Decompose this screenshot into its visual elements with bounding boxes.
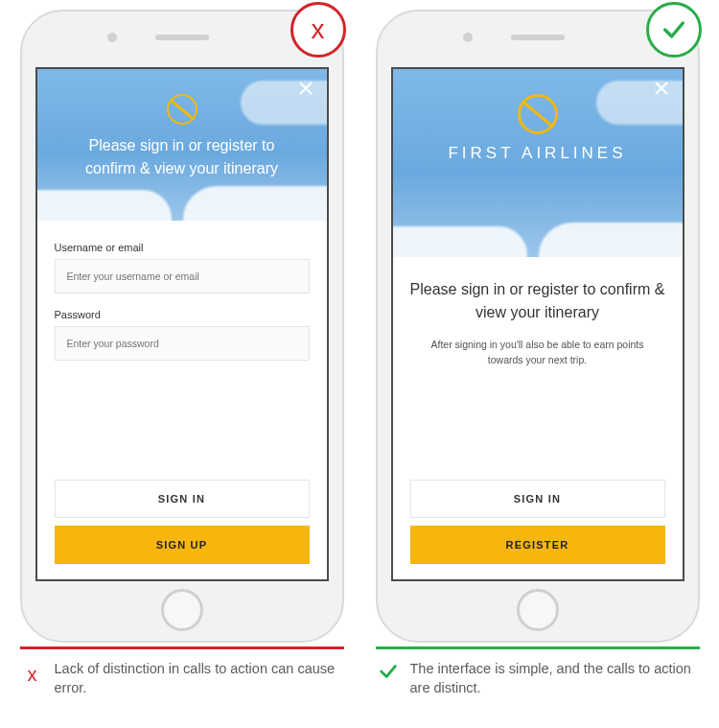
sky-header: Please sign in or register to confirm & …	[37, 69, 327, 221]
signin-label: SIGN IN	[514, 493, 561, 505]
register-button[interactable]: REGISTER	[410, 526, 665, 564]
caption-bar-bad	[20, 646, 344, 649]
phone-camera	[107, 33, 117, 42]
screen-bad: Please sign in or register to confirm & …	[35, 67, 329, 581]
home-button[interactable]	[517, 589, 559, 631]
screen-good: FIRST AIRLINES Please sign in or registe…	[391, 67, 684, 581]
check-icon	[661, 16, 687, 43]
logo-icon	[518, 94, 558, 134]
check-icon	[378, 659, 399, 682]
sky-header: FIRST AIRLINES	[393, 69, 683, 257]
phone-frame-good: FIRST AIRLINES Please sign in or registe…	[376, 10, 700, 643]
signup-label: SIGN UP	[156, 539, 208, 551]
register-label: REGISTER	[506, 539, 569, 551]
caption-text-bad: Lack of distinction in calls to action c…	[55, 659, 342, 698]
signup-button[interactable]: SIGN UP	[55, 526, 310, 564]
badge-bad: x	[290, 2, 346, 58]
intro-title: Please sign in or register to confirm & …	[410, 278, 665, 324]
header-heading: Please sign in or register to confirm & …	[37, 134, 327, 180]
cloud-icon	[37, 190, 172, 221]
x-icon: x	[312, 16, 325, 43]
caption-text-good: The interface is simple, and the calls t…	[410, 659, 698, 698]
signin-label: SIGN IN	[158, 493, 205, 505]
password-input[interactable]	[55, 326, 310, 361]
username-input[interactable]	[55, 259, 310, 294]
logo-icon	[167, 94, 197, 125]
caption-bar-good	[376, 646, 700, 649]
phone-frame-bad: x Please sign in or register to confirm …	[20, 10, 344, 643]
phone-camera	[463, 33, 473, 42]
phone-speaker	[155, 35, 209, 40]
password-label: Password	[55, 309, 310, 320]
x-icon: x	[22, 659, 43, 688]
cloud-icon	[393, 226, 527, 257]
home-button[interactable]	[161, 589, 203, 631]
username-label: Username or email	[55, 242, 310, 253]
phone-speaker	[511, 35, 565, 40]
signin-button[interactable]: SIGN IN	[410, 480, 665, 518]
cloud-icon	[183, 186, 327, 221]
cloud-icon	[539, 223, 683, 257]
intro-subtitle: After signing in you'll also be able to …	[410, 338, 665, 368]
brand-name: FIRST AIRLINES	[448, 144, 626, 163]
badge-good	[646, 2, 702, 58]
signin-button[interactable]: SIGN IN	[55, 480, 310, 518]
